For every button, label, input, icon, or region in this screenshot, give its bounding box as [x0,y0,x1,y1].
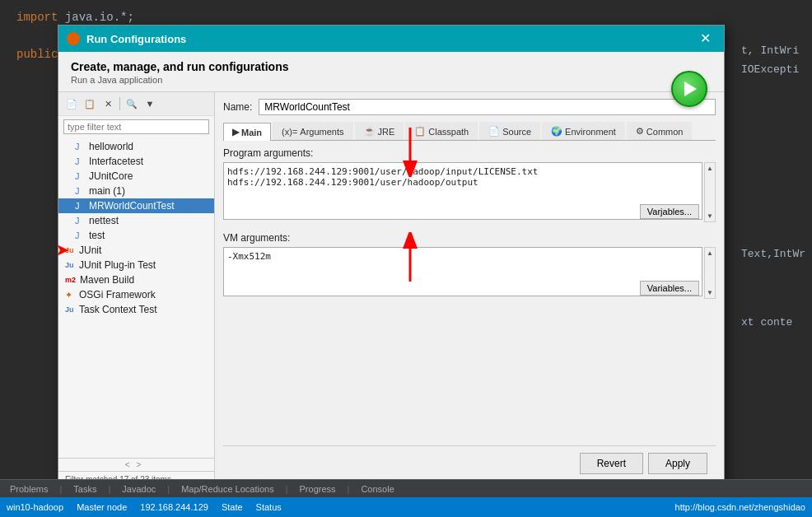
code-side-text: t, IntWri IOExcepti Text,IntWr xt conte [741,41,805,333]
vm-args-textarea[interactable]: -Xmx512m [223,247,702,296]
dialog-close-button[interactable]: ✕ [695,30,716,47]
delete-icon[interactable]: ✕ [100,95,116,112]
tab-classpath[interactable]: 📋 Classpath [405,122,478,140]
vm-scroll-up[interactable]: ▲ [705,248,715,258]
status-item: Status [256,502,282,512]
list-item[interactable]: Ju JUnit Plug-in Test [58,258,214,272]
dialog-header-sub: Run a Java application [71,75,289,85]
taskbar-problems[interactable]: Problems [5,482,53,496]
variables-button-2[interactable]: Variables... [640,281,699,296]
list-item[interactable]: Ju Task Context Test [58,302,214,317]
run-circle-button[interactable] [671,71,707,107]
bottom-bar: Revert Apply [223,445,716,481]
scroll-right-btn[interactable]: > [137,460,142,469]
taskbar-console[interactable]: Console [356,482,399,496]
scroll-down-arrow[interactable]: ▼ [705,211,715,221]
tab-main-label: Main [241,128,262,137]
taskbar-mapreduce[interactable]: Map/Reduce Locations [176,482,279,496]
tree-item-label: Task Context Test [79,304,157,315]
tree-item-label: test [89,230,105,241]
tree-item-label: nettest [89,215,119,226]
list-item[interactable]: J test [58,228,214,243]
list-item[interactable]: J JUnitCore [58,169,214,184]
apply-button[interactable]: Apply [648,453,707,474]
environment-tab-icon: 🌍 [551,126,562,137]
osgi-icon: ✦ [65,290,75,300]
revert-button[interactable]: Revert [580,453,643,474]
prog-args-label: Program arguments: [223,147,716,159]
right-panel: Name: ▶ Main (x)= Arguments ☕ JRE 📋 [215,92,724,487]
dialog-header: Create, manage, and run configurations R… [58,52,724,92]
more-icon[interactable]: ▼ [142,95,158,112]
jre-tab-icon: ☕ [364,126,376,137]
java-icon: J [75,171,85,181]
run-configurations-dialog: Run Configurations ✕ Create, manage, and… [58,25,725,517]
filter-icon[interactable]: 🔍 [124,95,140,112]
dialog-title-icon [67,32,80,45]
tree-item-label: JUnit Plug-in Test [79,259,156,271]
tab-source[interactable]: 📄 Source [479,122,540,140]
tab-content-area: Program arguments: hdfs://192.168.244.12… [223,147,716,445]
taskbar: Problems | Tasks | Javadoc | Map/Reduce … [0,479,812,497]
hostname: win10-hadoop [7,502,63,512]
java-icon: J [75,156,85,166]
tab-arguments-label: Arguments [300,127,343,137]
tree-item-label: main (1) [89,185,125,197]
tab-jre-label: JRE [378,127,395,137]
prog-args-scrollbar: ▲ ▼ [704,162,716,222]
statusbar: win10-hadoop Master node 192.168.244.129… [0,497,812,517]
filter-wrap [58,116,214,137]
taskbar-progress[interactable]: Progress [295,482,341,496]
list-item[interactable]: ✦ OSGi Framework [58,287,214,302]
source-tab-icon: 📄 [488,126,500,137]
list-item[interactable]: m2 Maven Build [58,272,214,287]
tab-jre[interactable]: ☕ JRE [355,122,404,140]
classpath-tab-icon: 📋 [414,126,426,137]
dialog-body: 📄 📋 ✕ 🔍 ▼ J helloworld J Interfacetest [58,92,724,487]
copy-icon[interactable]: 📋 [82,95,98,112]
name-label: Name: [223,101,252,113]
tree-item-label: OSGi Framework [79,289,156,300]
master-node-item: Master node [77,502,127,512]
prog-args-textarea[interactable]: hdfs://192.168.244.129:9001/user/hadoop/… [223,162,702,220]
list-item-selected[interactable]: J MRWorldCountTest [58,198,214,213]
java-icon: J [75,142,85,151]
tab-common[interactable]: ⚙ Common [627,122,693,140]
state-item: State [222,502,243,512]
junit-plugin-icon: Ju [65,261,75,269]
vm-scroll-down[interactable]: ▼ [705,287,715,298]
tab-environment[interactable]: 🌍 Environment [542,122,625,140]
list-item[interactable]: J helloworld [58,139,214,154]
taskbar-javadoc[interactable]: Javadoc [117,482,161,496]
name-input[interactable] [259,99,716,115]
list-item[interactable]: J nettest [58,213,214,228]
taskbar-tasks[interactable]: Tasks [68,482,101,496]
toolbar: 📄 📋 ✕ 🔍 ▼ [58,92,214,116]
vm-args-label: VM arguments: [223,232,716,244]
new-config-icon[interactable]: 📄 [63,95,80,112]
tab-arguments[interactable]: (x)= Arguments [273,122,352,140]
list-item[interactable]: J Interfacetest [58,154,214,169]
name-row: Name: [223,99,716,115]
config-tree: J helloworld J Interfacetest J JUnitCore… [58,137,214,458]
left-panel: 📄 📋 ✕ 🔍 ▼ J helloworld J Interfacetest [58,92,215,487]
tab-main[interactable]: ▶ Main [223,123,271,141]
java-icon: J [75,216,85,226]
list-item[interactable]: J main (1) [58,184,214,198]
maven-icon: m2 [65,276,76,284]
tab-common-label: Common [646,127,684,137]
filter-input[interactable] [63,119,209,134]
scroll-left-btn[interactable]: < [125,460,130,469]
tree-item-label: JUnit [79,245,101,256]
tree-item-label: Interfacetest [89,156,143,167]
variables-button-1[interactable]: Varjables... [640,204,699,219]
scroll-arrows: < > [58,458,214,471]
scroll-up-arrow[interactable]: ▲ [705,163,715,174]
tabs-row: ▶ Main (x)= Arguments ☕ JRE 📋 Classpath … [223,122,716,141]
dialog-titlebar: Run Configurations ✕ [58,26,724,52]
dialog-header-title: Create, manage, and run configurations [71,60,289,73]
ip-item: 192.168.244.129 [140,502,208,512]
tree-item-label: Maven Build [80,274,134,286]
tree-item-label: helloworld [89,141,133,152]
list-item[interactable]: Ju JUnit [58,243,214,258]
